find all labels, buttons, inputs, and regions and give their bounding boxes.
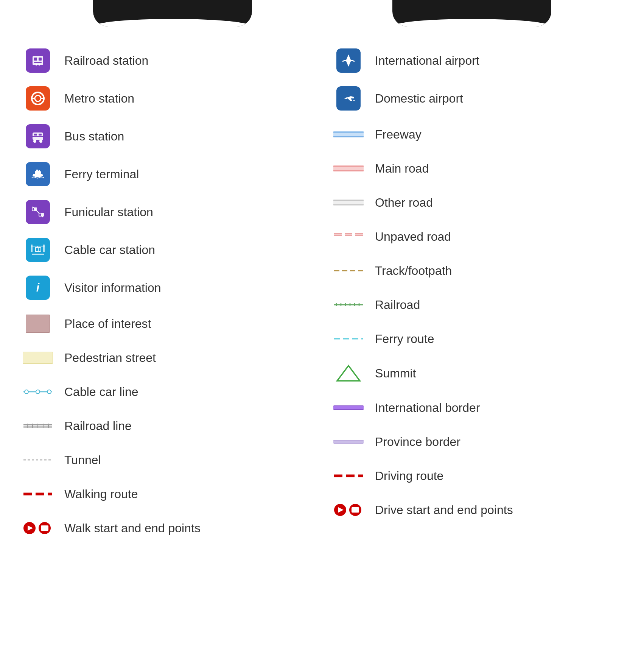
cable-car-line-label: Cable car line [64,385,138,399]
driving-route-label: Driving route [375,469,443,483]
list-item: Summit [333,356,621,391]
walking-route-label: Walking route [64,487,138,501]
svg-rect-14 [34,134,37,136]
svg-point-7 [35,95,41,101]
international-airport-svg [340,52,357,69]
list-item: Freeway [333,117,621,151]
svg-rect-60 [333,201,364,204]
svg-rect-90 [352,507,359,513]
list-item: Province border [333,425,621,459]
visitor-information-icon: i [23,276,53,300]
walk-points-svg [23,519,53,537]
list-item: Funicular station [23,193,311,231]
main-road-label: Main road [375,162,429,176]
list-item: Walking route [23,477,311,511]
ferry-route-icon [333,333,364,345]
list-item: Ferry terminal [23,155,311,193]
unpaved-road-svg [333,230,364,243]
ferry-terminal-label: Ferry terminal [64,167,139,181]
list-item: Tunnel [23,443,311,477]
list-item: Main road [333,151,621,185]
svg-rect-21 [33,208,34,210]
other-road-label: Other road [375,196,433,210]
svg-rect-49 [41,525,48,531]
list-item: Metro station [23,79,311,117]
summit-svg [333,363,364,384]
list-item: Driving route [333,459,621,493]
svg-marker-81 [337,366,360,381]
main-road-svg [333,162,364,175]
freeway-svg [333,128,364,140]
svg-rect-0 [33,56,43,65]
cable-car-station-label: Cable car station [64,243,155,257]
svg-rect-69 [355,233,363,236]
svg-rect-23 [39,214,41,216]
funicular-station-icon [23,200,53,224]
cable-car-line-svg [23,386,53,398]
svg-text:i: i [36,281,40,294]
svg-rect-2 [39,58,42,61]
metro-station-label: Metro station [64,92,134,106]
legend-left-column: Railroad station Metro station [23,42,311,545]
pedestrian-street-icon [23,352,53,364]
top-banners [0,0,644,26]
list-item: Drive start and end points [333,493,621,527]
list-item: Track/footpath [333,254,621,288]
ped-box [23,352,53,364]
unpaved-road-label: Unpaved road [375,230,451,244]
driving-route-svg [333,470,364,482]
cable-car-line-icon [23,386,53,398]
svg-point-13 [39,140,42,143]
international-airport-icon [333,48,364,73]
list-item: Railroad line [23,409,311,443]
freeway-label: Freeway [375,128,422,142]
svg-rect-17 [36,170,38,171]
svg-rect-27 [39,248,40,251]
legend-container: Railroad station Metro station [0,42,644,545]
poi-box [26,315,50,333]
railroad-station-icon [23,48,53,73]
svg-rect-30 [43,245,45,252]
cable-car-svg [30,242,46,258]
list-item: Other road [333,185,621,220]
visitor-svg: i [30,279,46,296]
cable-car-station-icon [23,238,53,262]
walk-points-icon [23,519,53,537]
svg-rect-11 [33,136,43,137]
svg-rect-26 [36,248,38,251]
drive-points-icon [333,501,364,519]
left-banner [93,0,252,26]
svg-rect-16 [35,171,41,174]
svg-rect-3 [34,62,42,63]
metro-svg [30,90,46,107]
list-item: Pedestrian street [23,341,311,375]
svg-rect-5 [39,64,40,65]
walking-route-icon [23,488,53,500]
svg-rect-15 [39,134,42,136]
railroad-line-icon [23,420,53,432]
tunnel-icon [23,454,53,466]
railroad-station-svg [30,52,46,69]
metro-station-icon [23,86,53,111]
unpaved-road-icon [333,230,364,243]
freeway-icon [333,128,364,140]
railroad-line-svg [23,420,53,432]
bus-station-icon [23,124,53,148]
drive-start-end-label: Drive start and end points [375,503,513,517]
list-item: Cable car station [23,231,311,269]
other-road-svg [333,196,364,209]
track-footpath-svg [333,265,364,277]
track-footpath-label: Track/footpath [375,264,452,278]
pedestrian-street-label: Pedestrian street [64,351,156,365]
province-border-label: Province border [375,435,460,449]
railroad-label: Railroad [375,298,420,312]
list-item: Railroad [333,288,621,322]
drive-points-svg [333,501,364,519]
domestic-airport-label: Domestic airport [375,92,463,106]
railroad-line-label: Railroad line [64,419,132,433]
summit-label: Summit [375,366,416,380]
svg-rect-56 [333,167,364,170]
svg-point-35 [36,390,40,394]
svg-rect-63 [334,233,342,236]
svg-rect-83 [333,406,364,409]
